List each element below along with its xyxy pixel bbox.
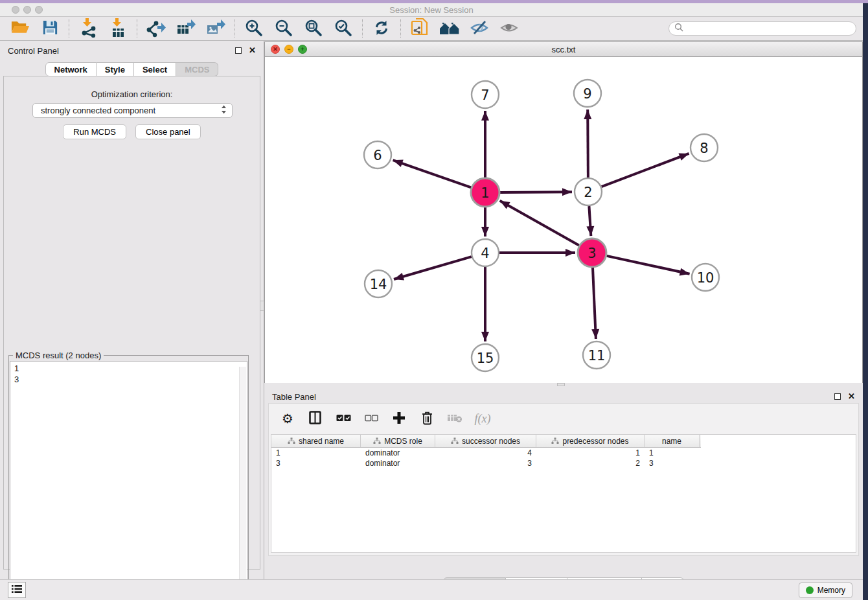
- result-scrollbar[interactable]: [239, 367, 246, 597]
- network-window-titlebar[interactable]: ✕ − + scc.txt: [265, 42, 862, 57]
- search-input[interactable]: [683, 23, 851, 34]
- function-builder-button[interactable]: f(x): [472, 408, 494, 429]
- graph-node-6[interactable]: 6: [364, 141, 391, 168]
- table-cell: 3: [271, 459, 361, 468]
- toolbar-separator: [400, 19, 401, 38]
- table-row[interactable]: 3dominator323: [271, 458, 856, 468]
- maximize-window-button[interactable]: [35, 6, 43, 14]
- table-options-button[interactable]: ⚙: [277, 408, 299, 429]
- float-panel-icon[interactable]: [235, 47, 242, 54]
- export-table-button[interactable]: [174, 18, 198, 39]
- import-table-icon: [108, 17, 128, 40]
- desktop-edge-right: [863, 3, 868, 600]
- table-row[interactable]: 1dominator411: [271, 448, 856, 458]
- edge-2-9[interactable]: [588, 110, 588, 178]
- import-table-button[interactable]: [106, 18, 130, 39]
- tab-style[interactable]: Style: [97, 62, 134, 76]
- column-header-name[interactable]: name: [645, 435, 700, 447]
- edge-3-10[interactable]: [607, 256, 690, 274]
- graph-node-14[interactable]: 14: [365, 270, 392, 297]
- graph-node-15[interactable]: 15: [472, 344, 499, 371]
- task-history-button[interactable]: [8, 582, 26, 598]
- criterion-dropdown[interactable]: strongly connected component: [32, 103, 233, 118]
- home-views-button[interactable]: [437, 18, 462, 39]
- graph-node-2[interactable]: 2: [575, 178, 602, 205]
- open-session-button[interactable]: [8, 18, 32, 39]
- window-controls[interactable]: [12, 6, 43, 14]
- graph-node-4[interactable]: 4: [472, 239, 499, 266]
- mcds-result-title: MCDS result (2 nodes): [13, 351, 104, 360]
- select-all-columns-button[interactable]: [332, 408, 354, 429]
- edge-3-11[interactable]: [593, 268, 596, 339]
- close-panel-icon[interactable]: ✕: [848, 393, 855, 400]
- network-canvas[interactable]: 1234678910111415: [265, 57, 862, 383]
- import-network-button[interactable]: [76, 18, 100, 39]
- graph-node-11[interactable]: 11: [583, 341, 610, 369]
- network-graph-svg[interactable]: 1234678910111415: [265, 57, 862, 383]
- minimize-window-button[interactable]: [23, 6, 31, 14]
- close-panel-icon[interactable]: ✕: [249, 47, 256, 54]
- close-window-button[interactable]: [12, 6, 19, 14]
- tab-network[interactable]: Network: [45, 62, 97, 76]
- graph-node-7[interactable]: 7: [472, 81, 499, 108]
- node-label: 1: [481, 185, 489, 201]
- column-header-mcds-role[interactable]: MCDS role: [361, 435, 435, 447]
- delete-column-button[interactable]: [416, 408, 438, 429]
- tab-mcds[interactable]: MCDS: [176, 62, 218, 76]
- float-panel-icon[interactable]: [834, 393, 841, 400]
- save-session-button[interactable]: [38, 18, 62, 39]
- edge-3-1[interactable]: [500, 201, 579, 246]
- refresh-icon: [372, 19, 391, 39]
- memory-button[interactable]: Memory: [799, 583, 852, 598]
- tab-select[interactable]: Select: [134, 62, 176, 76]
- memory-label: Memory: [817, 586, 845, 595]
- edge-4-14[interactable]: [394, 257, 472, 279]
- toolbar-separator: [137, 19, 137, 38]
- deselect-all-columns-button[interactable]: [360, 408, 382, 429]
- graph-node-1[interactable]: 1: [471, 178, 499, 207]
- graph-node-9[interactable]: 9: [574, 80, 601, 107]
- edge-2-3[interactable]: [589, 206, 591, 236]
- close-panel-button[interactable]: Close panel: [135, 124, 201, 139]
- search-field[interactable]: [668, 21, 856, 36]
- delete-table-button[interactable]: [444, 408, 466, 429]
- maximize-view-button[interactable]: +: [298, 45, 307, 54]
- edge-1-6[interactable]: [393, 160, 472, 187]
- column-header-predecessor-nodes[interactable]: predecessor nodes: [536, 435, 645, 447]
- vertical-splitter-grip[interactable]: [260, 301, 264, 311]
- list-icon: [11, 584, 23, 596]
- add-column-button[interactable]: [388, 408, 410, 429]
- trash-icon: [421, 411, 433, 427]
- show-columns-button[interactable]: [304, 408, 326, 429]
- graph-node-8[interactable]: 8: [691, 134, 718, 161]
- edge-2-8[interactable]: [602, 154, 689, 187]
- network-window-controls[interactable]: ✕ − +: [271, 45, 307, 54]
- zoom-out-button[interactable]: [271, 18, 296, 39]
- minimize-view-button[interactable]: −: [284, 45, 293, 54]
- show-details-button[interactable]: [497, 18, 521, 39]
- run-mcds-button[interactable]: Run MCDS: [63, 124, 126, 139]
- mcds-result-text[interactable]: 13: [10, 361, 247, 599]
- horizontal-splitter-grip[interactable]: [557, 383, 565, 386]
- node-table: shared nameMCDS rolesuccessor nodesprede…: [271, 434, 856, 553]
- zoom-fit-button[interactable]: [301, 18, 326, 39]
- close-view-button[interactable]: ✕: [271, 45, 280, 54]
- column-header-successor-nodes[interactable]: successor nodes: [435, 435, 536, 447]
- graph-node-10[interactable]: 10: [692, 264, 719, 291]
- export-image-icon: [206, 17, 226, 40]
- zoom-selected-button[interactable]: [331, 18, 356, 39]
- node-label: 11: [588, 348, 606, 363]
- toolbar-separator: [234, 19, 235, 38]
- eye-slash-icon: [470, 19, 489, 38]
- edge-1-2[interactable]: [500, 192, 572, 192]
- export-network-button[interactable]: [144, 18, 168, 39]
- hide-details-button[interactable]: [467, 18, 492, 39]
- copy-network-icon: [411, 17, 429, 40]
- app-titlebar: Session: New Session: [0, 3, 863, 17]
- export-image-button[interactable]: [203, 18, 228, 39]
- graph-node-3[interactable]: 3: [578, 238, 606, 267]
- refresh-view-button[interactable]: [369, 18, 394, 39]
- column-header-shared-name[interactable]: shared name: [271, 435, 361, 447]
- copy-network-button[interactable]: [407, 18, 432, 39]
- zoom-in-button[interactable]: [242, 18, 266, 39]
